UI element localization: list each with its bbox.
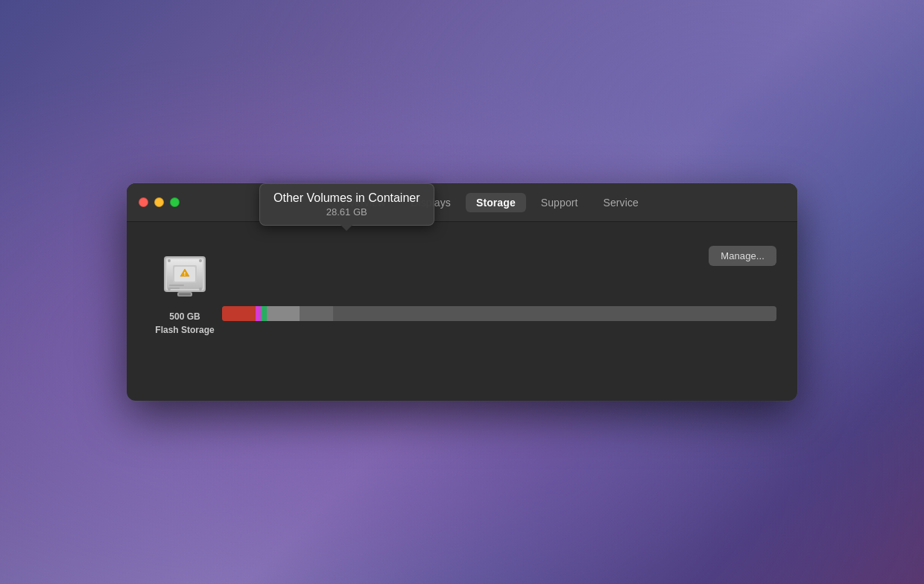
bar-container bbox=[222, 306, 776, 321]
storage-content: ! 500 GB bbox=[127, 222, 797, 401]
bar-segment-3 bbox=[267, 306, 300, 321]
drive-area: ! 500 GB bbox=[148, 243, 222, 337]
bar-segment-4 bbox=[300, 306, 333, 321]
titlebar: Overview Displays Storage Support Servic… bbox=[127, 183, 797, 222]
maximize-button[interactable] bbox=[170, 197, 180, 207]
bar-segment-0 bbox=[222, 306, 256, 321]
svg-rect-8 bbox=[169, 288, 180, 289]
svg-rect-7 bbox=[169, 285, 184, 286]
bar-segment-2 bbox=[261, 306, 266, 321]
close-button[interactable] bbox=[139, 197, 148, 207]
svg-point-12 bbox=[199, 288, 202, 291]
drive-icon: ! bbox=[159, 250, 210, 304]
svg-point-10 bbox=[199, 259, 202, 262]
drive-size: 500 GB bbox=[155, 310, 214, 323]
drive-label: 500 GB Flash Storage bbox=[155, 310, 214, 337]
manage-button[interactable]: Manage... bbox=[709, 246, 776, 266]
top-row: Manage... bbox=[222, 246, 776, 266]
svg-point-11 bbox=[168, 288, 171, 291]
tab-storage[interactable]: Storage bbox=[466, 193, 526, 212]
svg-text:!: ! bbox=[184, 271, 186, 276]
svg-rect-14 bbox=[179, 293, 191, 296]
tab-support[interactable]: Support bbox=[531, 193, 589, 212]
svg-point-9 bbox=[168, 259, 171, 262]
tooltip-size: 28.61 GB bbox=[273, 206, 420, 218]
drive-type: Flash Storage bbox=[155, 323, 214, 337]
minimize-button[interactable] bbox=[154, 197, 164, 207]
tooltip-title: Other Volumes in Container bbox=[273, 191, 420, 205]
traffic-lights bbox=[139, 197, 180, 207]
tab-service[interactable]: Service bbox=[593, 193, 649, 212]
bar-segment-1 bbox=[256, 306, 261, 321]
storage-main: Manage... Other Volumes in Container 28.… bbox=[222, 243, 776, 321]
storage-tooltip: Other Volumes in Container 28.61 GB bbox=[259, 183, 434, 226]
about-this-mac-window: Overview Displays Storage Support Servic… bbox=[127, 183, 797, 401]
storage-row: ! 500 GB bbox=[148, 243, 776, 337]
storage-bar bbox=[222, 306, 776, 321]
hard-drive-svg: ! bbox=[159, 250, 210, 304]
